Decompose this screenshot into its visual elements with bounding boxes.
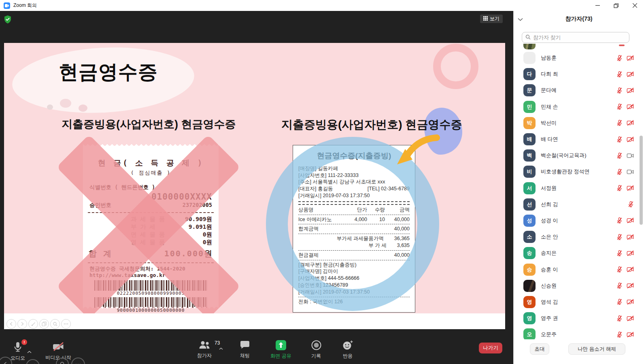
participant-list: 남동훈다다희 최문문다예민민채 손박박선미배배 다연백백순철(국어교육과)비비호… bbox=[514, 50, 644, 343]
participant-status-icons bbox=[616, 234, 634, 241]
avatar: 영 bbox=[523, 296, 536, 308]
receipt-info-line: [사업자번호] 111-22-33333 bbox=[298, 172, 410, 179]
panel-scrollbar-thumb[interactable] bbox=[640, 136, 643, 225]
participant-row[interactable]: 민민채 손 bbox=[514, 99, 644, 115]
zoom-app-icon bbox=[4, 2, 10, 9]
video-on-icon bbox=[627, 153, 634, 159]
more-tools-button[interactable] bbox=[61, 319, 71, 329]
receipt-title: 현금영수증(지출증빙) bbox=[298, 153, 410, 160]
blob-dot-decoration bbox=[79, 104, 87, 112]
mic-muted-icon bbox=[616, 103, 623, 110]
avatar: 송 bbox=[523, 247, 536, 259]
participants-options-caret[interactable] bbox=[219, 345, 223, 351]
participant-status-icons bbox=[616, 103, 634, 110]
meeting-area: 보기 현금영수증 지출증빙용(사업자번호) 현금영수증 지출증빙용(사업자번호)… bbox=[0, 11, 513, 364]
participant-row[interactable]: 성성경 이 bbox=[514, 213, 644, 229]
participants-panel-header: 참가자(73) bbox=[514, 11, 644, 27]
avatar: 민 bbox=[523, 101, 536, 113]
record-button[interactable]: 기록 bbox=[300, 340, 332, 360]
avatar: 오 bbox=[523, 328, 536, 341]
receipt-info-line: [구매자명] 김마이 bbox=[298, 268, 410, 275]
pink-ring-decoration bbox=[433, 44, 478, 89]
blob-dot-decoration bbox=[47, 104, 53, 110]
right-receipt-heading: 지출증빙용(사업자번호) 현금영수증 bbox=[281, 117, 462, 132]
leave-meeting-button[interactable]: 나가기 bbox=[479, 343, 502, 353]
security-shield-icon[interactable] bbox=[4, 15, 11, 23]
participants-button[interactable]: 73 참가자 bbox=[189, 340, 220, 359]
video-on-icon bbox=[627, 169, 634, 175]
avatar: 소 bbox=[523, 231, 536, 243]
shared-screen-slide: 현금영수증 지출증빙용(사업자번호) 현금영수증 지출증빙용(사업자번호) 현금… bbox=[4, 43, 505, 329]
participant-search-input[interactable]: 참가자 찾기 bbox=[522, 32, 629, 43]
avatar bbox=[523, 44, 536, 49]
mic-muted-icon bbox=[627, 201, 634, 208]
video-off-icon bbox=[627, 217, 634, 224]
close-button[interactable] bbox=[625, 0, 644, 11]
grid-view-icon bbox=[483, 16, 488, 22]
participant-name: 박선미 bbox=[541, 119, 557, 127]
participant-row-partial[interactable] bbox=[514, 44, 644, 50]
participant-name: 비호생활관장 정석연 bbox=[541, 168, 590, 175]
participant-row[interactable]: 승승훈 이 bbox=[514, 261, 644, 277]
participant-row[interactable]: 영영석 김 bbox=[514, 294, 644, 310]
mic-icon: ! bbox=[13, 342, 22, 353]
unmute-all-button[interactable]: 나만 음소거 해제 bbox=[568, 343, 625, 355]
prev-slide-button[interactable] bbox=[6, 319, 16, 329]
receipt-info-line: [주소] 서울특별시 강남구 서초대로 xxx bbox=[298, 179, 410, 185]
record-icon bbox=[311, 340, 321, 351]
participant-row[interactable]: 문문다예 bbox=[514, 82, 644, 98]
slideshow-controls bbox=[6, 319, 71, 329]
pen-tool-button[interactable] bbox=[28, 319, 38, 329]
participant-status-icons bbox=[616, 185, 634, 192]
participant-name: 다희 최 bbox=[541, 70, 558, 78]
participant-status-icons bbox=[616, 217, 634, 224]
participant-row[interactable]: 선선희 김 bbox=[514, 196, 644, 213]
restore-button[interactable] bbox=[607, 0, 625, 11]
share-screen-button[interactable]: 화면 공유 bbox=[265, 340, 297, 360]
view-button[interactable]: 보기 bbox=[480, 15, 503, 23]
participant-row[interactable]: 소소은 안 bbox=[514, 229, 644, 245]
chat-icon bbox=[240, 340, 250, 351]
participant-row[interactable]: 송송지은 bbox=[514, 245, 644, 261]
participant-row[interactable]: 배배 다연 bbox=[514, 131, 644, 147]
audio-options-caret[interactable] bbox=[27, 348, 32, 355]
receipt-info-line: [승인번호] 123456789 bbox=[298, 282, 410, 289]
avatar: 비 bbox=[523, 166, 536, 178]
datetime-line: [거래일시] 2019-07-03 17:37:50 bbox=[298, 192, 410, 199]
avatar: 성 bbox=[523, 215, 536, 227]
zoom-tool-button[interactable] bbox=[50, 319, 60, 329]
invite-button[interactable]: 초대 bbox=[530, 343, 549, 355]
participant-status-icons bbox=[616, 168, 634, 175]
window-titlebar: Zoom 회의 bbox=[0, 0, 644, 11]
mic-muted-icon bbox=[616, 55, 623, 62]
reactions-button[interactable]: 반응 bbox=[332, 340, 363, 360]
participant-row[interactable]: 다다희 최 bbox=[514, 66, 644, 82]
video-off-icon bbox=[627, 332, 634, 338]
mic-muted-icon bbox=[616, 298, 623, 305]
vat-row: 부 가 세 3,635 bbox=[298, 242, 410, 249]
participants-panel: 참가자(73) 참가자 찾기 남동훈다다희 최문문다예민민채 손박박선미배배 다… bbox=[513, 11, 644, 364]
participants-panel-title: 참가자(73) bbox=[514, 15, 644, 23]
participant-name: 성경 이 bbox=[541, 217, 558, 224]
next-slide-button[interactable] bbox=[17, 319, 27, 329]
participant-name: 남동훈 bbox=[541, 54, 557, 62]
chat-button[interactable]: 채팅 bbox=[229, 340, 261, 359]
expense-proof-receipt: 현금영수증(지출증빙) [매장명] 길동카페[사업자번호] 111-22-333… bbox=[293, 145, 415, 313]
avatar: 선 bbox=[523, 198, 536, 211]
mic-muted-icon bbox=[616, 119, 623, 126]
participant-name: 오문주 bbox=[541, 331, 557, 338]
receipt-divider bbox=[298, 201, 410, 205]
video-off-icon bbox=[627, 136, 634, 143]
participant-status-icons bbox=[616, 71, 634, 78]
participant-row[interactable]: 영영주 권 bbox=[514, 310, 644, 326]
minimize-button[interactable] bbox=[588, 0, 607, 11]
slide-panel-button[interactable] bbox=[39, 319, 49, 329]
participant-row[interactable]: 비비호생활관장 정석연 bbox=[514, 164, 644, 180]
participant-row[interactable]: 백백순철(국어교육과) bbox=[514, 147, 644, 164]
tel-line: [TEL] 02-345-6789 bbox=[368, 185, 410, 192]
participant-row[interactable]: 박박선미 bbox=[514, 115, 644, 131]
participant-row[interactable]: 남동훈 bbox=[514, 50, 644, 66]
cash-row: 현금결제 40,000 bbox=[298, 252, 410, 259]
participant-row[interactable]: 서서정원 bbox=[514, 180, 644, 196]
participant-row[interactable]: 신승원 bbox=[514, 278, 644, 294]
